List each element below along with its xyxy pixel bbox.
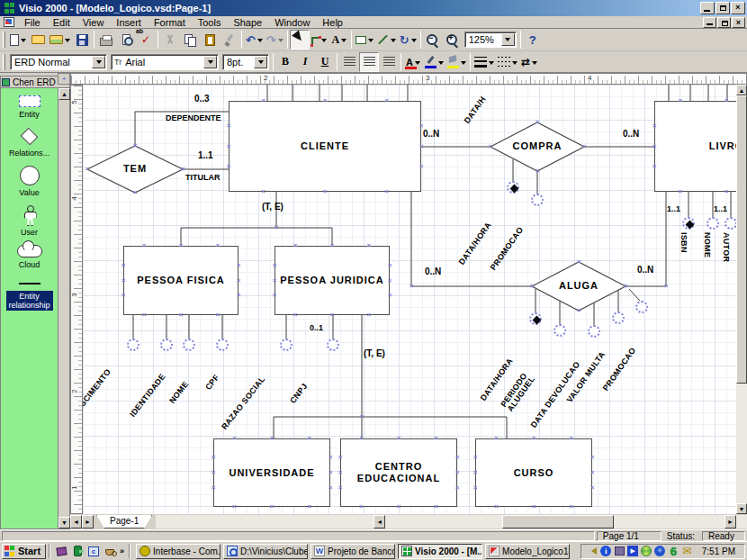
- line-weight-button[interactable]: [472, 52, 496, 72]
- entity-livro[interactable]: LIVRO: [654, 101, 736, 192]
- attribute-circle[interactable]: [327, 339, 339, 351]
- font-color-button[interactable]: A: [403, 52, 423, 72]
- attribute-circle[interactable]: [588, 325, 600, 338]
- menu-edit[interactable]: Edit: [47, 16, 76, 29]
- menu-insert[interactable]: Insert: [110, 16, 148, 29]
- underline-button[interactable]: U: [315, 52, 335, 72]
- horizontal-scroll-thumb[interactable]: [502, 515, 614, 528]
- rectangle-tool-button[interactable]: [354, 30, 375, 50]
- connector-tool-button[interactable]: [310, 30, 329, 50]
- doc-restore-button[interactable]: [717, 17, 731, 28]
- attribute-circle[interactable]: [183, 339, 195, 351]
- vertical-scroll-thumb[interactable]: [736, 95, 747, 384]
- scroll-down-icon[interactable]: ▼: [736, 503, 747, 514]
- menu-file[interactable]: File: [18, 16, 47, 29]
- attribute-circle[interactable]: [635, 301, 648, 313]
- taskbar-button-projeto-de-banco-[interactable]: WProjeto de Banco...: [310, 544, 395, 559]
- save-button[interactable]: [72, 30, 92, 50]
- restore-button[interactable]: [716, 2, 730, 14]
- attribute-circle[interactable]: [127, 339, 140, 351]
- line-tool-button[interactable]: [375, 30, 398, 50]
- entity-pessoa-fisica[interactable]: PESSOA FISICA: [123, 246, 238, 315]
- attribute-circle[interactable]: [554, 324, 566, 337]
- open-stencil-button[interactable]: [48, 30, 72, 50]
- stencil-scroll-down-icon[interactable]: ▼: [58, 517, 70, 528]
- horizontal-scrollbar[interactable]: ◄ ►: [156, 515, 747, 528]
- print-preview-button[interactable]: [116, 30, 136, 50]
- attribute-circle[interactable]: [216, 339, 229, 351]
- style-combo[interactable]: ERD Normal: [10, 54, 107, 70]
- cd-burner-icon[interactable]: [641, 546, 652, 557]
- entity-cliente[interactable]: CLIENTE: [229, 101, 421, 192]
- zoom-dropdown-button[interactable]: [501, 33, 515, 46]
- attribute-circle[interactable]: [706, 217, 719, 230]
- start-button[interactable]: Start: [2, 544, 46, 559]
- six-app-icon[interactable]: 6: [668, 546, 680, 557]
- mail-icon[interactable]: ✉: [681, 546, 693, 557]
- align-right-button[interactable]: [379, 52, 399, 72]
- taskbar-button-interbase-com-[interactable]: Interbase - Com...: [136, 544, 220, 559]
- toolbar-grip[interactable]: [3, 32, 5, 48]
- entity-centro-educacional[interactable]: CENTRO EDUCACIONAL: [340, 438, 457, 507]
- italic-button[interactable]: I: [295, 52, 315, 72]
- redo-button[interactable]: ↷: [265, 30, 285, 50]
- tab-page-1[interactable]: Page-1: [96, 515, 152, 528]
- drawing-canvas[interactable]: TEM××××COMPRA××××ALUGA××××CLIENTE×××××××…: [83, 85, 736, 514]
- rotate-tool-button[interactable]: ↻: [398, 30, 418, 50]
- display-cards-icon[interactable]: [614, 546, 626, 557]
- document-icon[interactable]: [4, 17, 14, 27]
- vertical-scrollbar[interactable]: ▲ ▼: [736, 85, 747, 514]
- stencil-item-entity[interactable]: Entity: [1, 95, 58, 119]
- menu-window[interactable]: Window: [268, 16, 316, 29]
- menu-help[interactable]: Help: [316, 16, 349, 29]
- paste-button[interactable]: [200, 30, 220, 50]
- last-page-button[interactable]: ►: [82, 515, 94, 528]
- zoom-in-button[interactable]: +: [443, 30, 463, 50]
- network-icon[interactable]: ✳: [654, 546, 666, 557]
- stencil-item-entity-relationship[interactable]: Entity relationship: [1, 277, 58, 311]
- menu-view[interactable]: View: [76, 16, 111, 29]
- scroll-right-icon[interactable]: ►: [724, 515, 736, 528]
- entity-universidade[interactable]: UNIVERSIDADE: [213, 438, 330, 507]
- quicklaunch-coffee-icon[interactable]: [102, 544, 118, 559]
- scroll-left-icon[interactable]: ◄: [374, 515, 385, 528]
- stencil-scrollbar[interactable]: ▲ ▼: [58, 88, 69, 528]
- pointer-tool-button[interactable]: [290, 30, 310, 50]
- new-drawing-button[interactable]: [8, 30, 28, 50]
- taskbar-button-d-vinicius-clube-[interactable]: D:\Vinicius\Clube...: [223, 544, 308, 559]
- fill-color-button[interactable]: [446, 52, 468, 72]
- toolbar-grip2[interactable]: [3, 54, 5, 70]
- bold-button[interactable]: B: [275, 52, 295, 72]
- taskbar-button-visio-2000-m-[interactable]: Visio 2000 - [M...: [398, 544, 482, 559]
- minimize-button[interactable]: [700, 2, 715, 14]
- attribute-circle[interactable]: [724, 217, 736, 230]
- taskbar-button-modelo-logico18-[interactable]: Modelo_Logico18...: [485, 544, 570, 559]
- attribute-circle[interactable]: [612, 312, 625, 324]
- quicklaunch-logoff-icon[interactable]: [69, 544, 86, 559]
- quicklaunch-overflow-chevron[interactable]: »: [118, 546, 126, 555]
- doc-close-button[interactable]: ×: [732, 17, 745, 28]
- align-left-button[interactable]: [339, 52, 359, 72]
- undo-button[interactable]: ↶: [244, 30, 265, 50]
- media-player-icon[interactable]: ▶: [627, 546, 639, 557]
- entity-curso[interactable]: CURSO: [475, 438, 592, 507]
- close-button[interactable]: ×: [731, 2, 745, 14]
- zoom-level-combo[interactable]: 125%: [464, 32, 517, 48]
- menu-shape[interactable]: Shape: [227, 16, 268, 29]
- volume-icon[interactable]: [587, 546, 598, 557]
- info-icon[interactable]: i: [600, 546, 612, 557]
- attribute-circle[interactable]: [531, 194, 544, 206]
- style-dropdown-button[interactable]: [92, 56, 105, 68]
- font-combo[interactable]: Tr Arial: [111, 54, 219, 70]
- text-tool-button[interactable]: A: [329, 30, 349, 50]
- stencil-item-relations-[interactable]: Relations...: [1, 127, 58, 158]
- stencil-item-cloud[interactable]: Cloud: [1, 245, 58, 269]
- attribute-key-circle[interactable]: [529, 312, 542, 325]
- scroll-up-icon[interactable]: ▲: [736, 85, 747, 95]
- copy-button[interactable]: [180, 30, 200, 50]
- line-pattern-button[interactable]: [496, 52, 519, 72]
- format-painter-button[interactable]: [220, 30, 239, 50]
- quicklaunch-app-icon[interactable]: c: [86, 544, 102, 559]
- zoom-out-button[interactable]: −: [423, 30, 443, 50]
- quicklaunch-desktop-icon[interactable]: [53, 544, 69, 559]
